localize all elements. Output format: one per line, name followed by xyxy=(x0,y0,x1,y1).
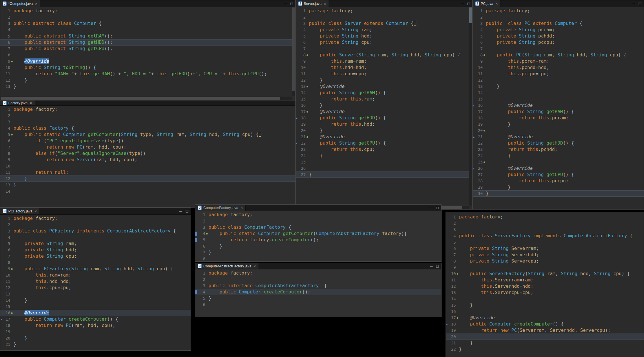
code-line[interactable]: 5 public abstract String getRAM(); xyxy=(0,33,295,39)
gutter[interactable]: 11 xyxy=(0,71,13,77)
gutter[interactable]: 14 xyxy=(0,188,13,194)
gutter[interactable]: 22 xyxy=(473,140,486,146)
code-line[interactable]: 3public class PC extends Computer { xyxy=(473,20,644,27)
gutter[interactable]: 5● xyxy=(0,131,13,138)
gutter[interactable]: 9 xyxy=(473,58,486,64)
code-line[interactable]: 9 this.pcram=ram; xyxy=(473,58,644,64)
gutter[interactable]: 12 xyxy=(0,175,13,182)
gutter[interactable]: 4 xyxy=(473,27,486,33)
code-line[interactable]: 8 else if("Server".equalsIgnoreCase(type… xyxy=(0,150,295,157)
gutter[interactable]: 19 xyxy=(473,121,486,127)
code-line[interactable]: 30} xyxy=(473,190,644,197)
code-line[interactable]: 7 private String Serverhdd; xyxy=(446,252,644,258)
code-line[interactable]: 11 return null; xyxy=(0,169,295,175)
code-line[interactable]: 5 private String hdd; xyxy=(296,33,472,39)
gutter[interactable]: 3 xyxy=(195,283,208,289)
code-editor[interactable]: 1package factory;23public class PCFactor… xyxy=(0,215,191,350)
gutter[interactable]: 18 xyxy=(473,115,486,121)
code-line[interactable]: 19 return this.hdd; xyxy=(296,121,472,127)
code-line[interactable]: 9 xyxy=(446,264,644,271)
gutter[interactable]: 13 xyxy=(0,83,13,90)
code-line[interactable]: 2 xyxy=(296,14,472,20)
gutter[interactable]: 3 xyxy=(473,20,486,27)
code-line[interactable]: 10 xyxy=(0,163,295,169)
code-line[interactable]: 15 xyxy=(0,303,191,310)
code-line[interactable]: 16● @Override xyxy=(0,310,191,316)
tab-computerabstractfactory-java[interactable]: J ComputerAbstractFactory.java × xyxy=(195,263,259,269)
gutter[interactable]: 2 xyxy=(473,14,486,20)
gutter[interactable]: 8● xyxy=(296,52,309,58)
gutter[interactable]: 12 xyxy=(0,285,13,291)
gutter[interactable]: 10 xyxy=(473,64,486,71)
code-line[interactable]: 1package factory; xyxy=(195,212,441,218)
vertical-scrollbar[interactable] xyxy=(292,7,295,96)
code-line[interactable]: 11 this.Serverram=ram; xyxy=(446,277,644,283)
gutter[interactable]: 19 xyxy=(296,121,309,127)
gutter[interactable]: 9● xyxy=(0,266,13,272)
gutter[interactable]: 5 xyxy=(446,239,459,245)
gutter[interactable]: ▲18 xyxy=(296,115,309,121)
maximize-icon[interactable]: □ xyxy=(290,2,293,5)
gutter[interactable]: ▲16 xyxy=(473,102,486,109)
close-icon[interactable]: × xyxy=(35,2,37,5)
minimize-icon[interactable]: — xyxy=(632,2,635,5)
gutter[interactable]: 7 xyxy=(0,144,13,150)
gutter[interactable]: 20 xyxy=(296,127,309,134)
gutter[interactable]: 6 xyxy=(195,301,208,308)
code-line[interactable]: 16 xyxy=(446,308,644,315)
code-line[interactable]: 3 xyxy=(0,119,295,125)
code-line[interactable]: 7 xyxy=(473,46,644,52)
vertical-scrollbar[interactable] xyxy=(469,7,472,206)
gutter[interactable]: 4 xyxy=(0,27,13,33)
code-editor[interactable]: 1package factory;23public class Computer… xyxy=(195,211,441,261)
code-line[interactable]: 12 } xyxy=(0,175,295,182)
code-line[interactable]: 24 } xyxy=(473,153,644,159)
code-line[interactable]: ▲21 @Override xyxy=(473,134,644,140)
gutter[interactable]: 5 xyxy=(473,33,486,39)
code-line[interactable]: 1package factory; xyxy=(0,8,295,14)
gutter[interactable]: 13● xyxy=(296,83,309,90)
code-line[interactable]: ▲26 @Override xyxy=(473,165,644,171)
code-line[interactable]: 21} xyxy=(0,341,191,348)
gutter[interactable]: 6 xyxy=(195,243,208,249)
code-line[interactable]: 18 return new PC(ram, hdd, cpu); xyxy=(0,322,191,329)
code-line[interactable]: 23 return this.pchdd; xyxy=(473,146,644,153)
code-line[interactable]: 6 public abstract String getHDD(); xyxy=(0,39,295,46)
code-line[interactable]: 1package factory; xyxy=(446,214,644,220)
gutter[interactable]: 15 xyxy=(446,302,459,308)
gutter[interactable]: 19 xyxy=(446,327,459,334)
gutter[interactable]: 5 xyxy=(195,295,208,301)
gutter[interactable]: 3 xyxy=(446,226,459,233)
gutter[interactable]: 11 xyxy=(0,169,13,175)
code-line[interactable]: 8● public Server(String ram, String hdd,… xyxy=(296,52,472,58)
gutter[interactable]: 1 xyxy=(446,214,459,220)
gutter[interactable]: 15 xyxy=(296,96,309,102)
tab-factory-java[interactable]: J Factory.java × xyxy=(0,100,35,105)
gutter[interactable]: 3 xyxy=(0,228,13,234)
gutter[interactable]: 13 xyxy=(0,291,13,297)
maximize-icon[interactable]: □ xyxy=(436,206,439,209)
gutter[interactable]: 3 xyxy=(296,20,309,27)
gutter[interactable]: 3 xyxy=(195,224,208,230)
gutter[interactable]: 29 xyxy=(473,184,486,190)
code-line[interactable]: 4● public static Computer getComputer(Co… xyxy=(195,230,441,237)
gutter[interactable]: 12 xyxy=(473,77,486,83)
code-line[interactable]: 1package factory; xyxy=(296,8,472,14)
code-line[interactable]: 12 this.Serverhdd=hdd; xyxy=(446,283,644,289)
code-line[interactable]: 8● public PC(String ram, String hdd, Str… xyxy=(473,52,644,58)
gutter[interactable]: 20 xyxy=(446,334,459,340)
gutter[interactable]: 7 xyxy=(296,46,309,52)
code-line[interactable]: 21● @Override xyxy=(296,134,472,140)
gutter[interactable]: ▲17 xyxy=(0,316,13,322)
code-line[interactable]: 1package factory; xyxy=(0,106,295,113)
gutter[interactable]: 27 xyxy=(473,171,486,178)
code-line[interactable]: 25 xyxy=(296,159,472,165)
code-line[interactable]: 4 private String pcram; xyxy=(473,27,644,33)
code-line[interactable]: 2 xyxy=(195,218,441,224)
gutter[interactable]: 16 xyxy=(446,308,459,315)
gutter[interactable]: 27 xyxy=(296,171,309,178)
code-line[interactable]: 12 } xyxy=(0,77,295,83)
code-line[interactable]: 7 xyxy=(296,46,472,52)
gutter[interactable]: 23 xyxy=(296,146,309,153)
gutter[interactable]: 7 xyxy=(195,249,208,256)
